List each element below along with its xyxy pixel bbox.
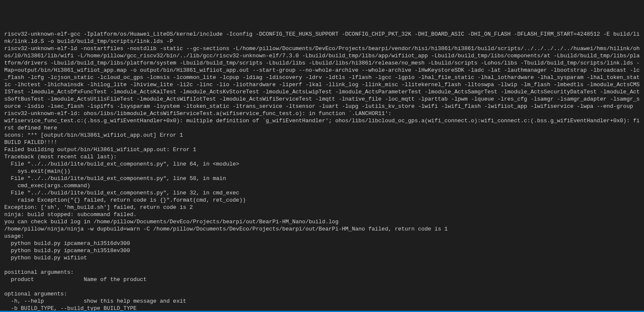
- terminal-line: sys.exit(main()): [4, 168, 640, 175]
- terminal-line: Traceback (most recent call last):: [4, 153, 640, 160]
- terminal-line: [4, 283, 640, 290]
- terminal-line: File "../../build/lite/build_ext_compone…: [4, 160, 640, 168]
- terminal-line: scons: *** [output/bin/Hi3861_wifiiot_ap…: [4, 132, 640, 139]
- terminal-line: positional arguments:: [4, 269, 640, 276]
- terminal-line: riscv32-unknown-elf-ld -nostartfiles -no…: [4, 45, 640, 110]
- terminal-line: python build.py ipcamera_hi3518ev300: [4, 247, 640, 254]
- terminal-line: product Name of the product: [4, 276, 640, 283]
- terminal-line: [4, 261, 640, 269]
- terminal-line: ninja: build stopped: subcommand failed.: [4, 211, 640, 218]
- terminal-line: optional arguments:: [4, 290, 640, 298]
- terminal-line: cmd_exec(args.command): [4, 182, 640, 189]
- terminal-line: Exception: ['sh', 'hm_build.sh'] failed,…: [4, 204, 640, 211]
- terminal-line: python build.py ipcamera_hi3516dv300: [4, 240, 640, 247]
- terminal-line: riscv32-unknown-elf-gcc -Iplatform/os/Hu…: [4, 31, 640, 45]
- terminal-line: File "../../build/lite/build_ext_compone…: [4, 189, 640, 197]
- terminal-line: wifiservice_func_test.c:(.bss.g_wifiEven…: [4, 117, 640, 132]
- terminal-line: usage:: [4, 233, 640, 240]
- terminal-line: you can check build log in /home/pillow/…: [4, 218, 640, 225]
- terminal-line: raise Exception("{} failed, return code …: [4, 197, 640, 204]
- terminal-line: -h, --help show this help message and ex…: [4, 298, 640, 305]
- terminal-line: python build.py wifiiot: [4, 254, 640, 261]
- terminal-line: riscv32-unknown-elf-ld: ohos/libs/libmod…: [4, 110, 640, 117]
- terminal-line: BUILD FAILED!!!!: [4, 139, 640, 146]
- terminal-output[interactable]: riscv32-unknown-elf-gcc -Iplatform/os/Hu…: [4, 31, 640, 312]
- terminal-line: Failed building output/bin/Hi3861_wifiio…: [4, 146, 640, 153]
- terminal-line: File "../../build/lite/build_ext_compone…: [4, 175, 640, 182]
- terminal-line: /home/pillow/ninja/ninja -w dupbuild=war…: [4, 225, 640, 233]
